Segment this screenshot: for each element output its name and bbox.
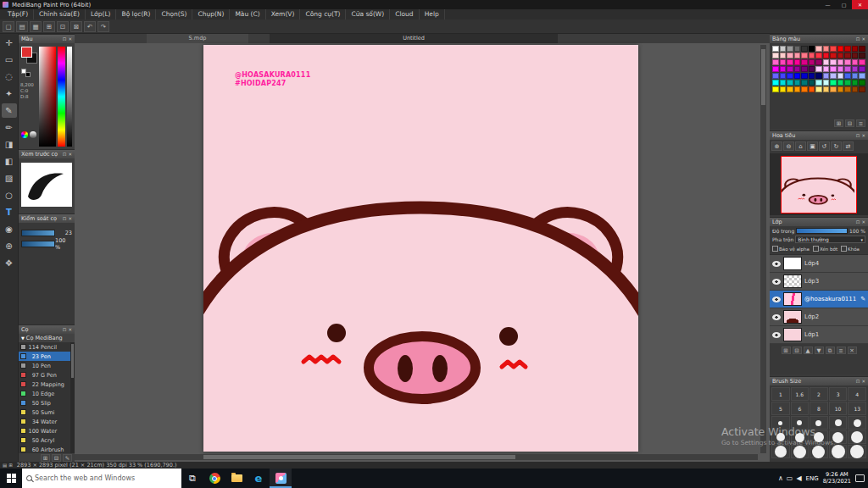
brush-size-cell[interactable]: 5 <box>771 402 790 415</box>
palette-swatch[interactable] <box>809 59 815 65</box>
text-tool[interactable]: T <box>2 205 17 219</box>
slider-track[interactable] <box>21 241 55 247</box>
maximize-button[interactable]: ▢ <box>836 0 852 9</box>
panel-close-icon[interactable]: ✕ <box>68 216 72 221</box>
display-icon[interactable]: ▭ <box>787 474 793 482</box>
panel-close-icon[interactable]: ✕ <box>861 219 865 225</box>
palette-swatch[interactable] <box>787 66 793 72</box>
bucket-tool[interactable]: ◧ <box>2 154 17 169</box>
palette-swatch[interactable] <box>772 86 779 92</box>
palette-swatch[interactable] <box>780 46 787 52</box>
menu-item[interactable]: Cửa sổ(W) <box>346 9 390 19</box>
taskbar-search[interactable] <box>22 469 181 488</box>
tab-untitled[interactable]: Untitled <box>270 34 558 43</box>
palette-swatch[interactable] <box>815 59 822 65</box>
navigator-thumbnail[interactable] <box>782 157 856 213</box>
panel-detach-icon[interactable]: ⊡ <box>63 152 67 157</box>
palette-swatch[interactable] <box>844 66 851 72</box>
palette-swatch[interactable] <box>823 66 830 72</box>
layer-row[interactable]: Lớp4 <box>770 255 868 273</box>
brush-item[interactable]: 100 Water <box>19 426 75 435</box>
menu-item[interactable]: Chỉnh sửa(E) <box>34 9 86 19</box>
palette-swatch[interactable] <box>852 86 859 92</box>
tab-file[interactable]: S.mdp <box>147 34 248 43</box>
palette-swatch[interactable] <box>787 73 793 79</box>
palette-swatch[interactable] <box>801 86 808 92</box>
layer-option-checkbox[interactable]: Khóa <box>841 246 860 252</box>
menu-item[interactable]: Chọn(S) <box>156 9 192 19</box>
brush-size-cell[interactable] <box>810 430 828 444</box>
opacity-slider[interactable] <box>796 228 848 234</box>
palette-swatch[interactable] <box>794 73 801 79</box>
palette-swatch[interactable] <box>801 80 808 86</box>
palette-swatch[interactable] <box>772 59 779 65</box>
palette-swatch[interactable] <box>859 73 865 79</box>
brush-item[interactable]: 22 Mapping <box>19 380 75 389</box>
gradient-tool[interactable]: ▨ <box>2 171 17 186</box>
swap-colors-icon[interactable] <box>25 72 31 77</box>
palette-swatch[interactable] <box>852 53 859 58</box>
taskbar-clock[interactable]: 9:26 AM 8/23/2021 <box>823 472 851 485</box>
drawing-canvas[interactable]: @HOASAKURA0111 #HOIDAP247 <box>203 45 638 452</box>
palette-swatch[interactable] <box>823 86 830 92</box>
ruler-toggle-icon[interactable]: ⊠ <box>70 21 82 32</box>
palette-swatch[interactable] <box>815 80 822 86</box>
palette-swatch[interactable] <box>837 80 844 86</box>
volume-icon[interactable]: ◀ <box>796 474 801 482</box>
brush-size-cell[interactable] <box>810 445 828 458</box>
start-button[interactable] <box>0 469 22 488</box>
pencil-tool[interactable]: ✏ <box>2 120 17 135</box>
pen-tool[interactable]: ✎ <box>2 103 17 118</box>
menu-item[interactable]: Help <box>420 9 445 19</box>
layer-row[interactable]: Lớp3 <box>770 273 868 291</box>
menu-item[interactable]: Tập(F) <box>3 9 34 19</box>
brush-size-cell[interactable] <box>810 416 828 430</box>
panel-close-icon[interactable]: ✕ <box>68 327 72 332</box>
palette-swatch[interactable] <box>859 66 865 72</box>
palette-swatch[interactable] <box>772 73 779 79</box>
blend-mode-select[interactable]: Bình thường ▾ <box>795 236 865 243</box>
brush-size-cell[interactable]: 1 <box>771 387 790 401</box>
palette-swatch[interactable] <box>794 86 801 92</box>
palette-swatch[interactable] <box>859 80 865 86</box>
palette-swatch[interactable] <box>815 53 822 58</box>
saturation-box[interactable] <box>39 47 56 147</box>
palette-swatch[interactable] <box>830 59 837 65</box>
zoom-in-icon[interactable]: ⊕ <box>771 141 782 151</box>
palette-swatch[interactable] <box>830 46 837 52</box>
palette-swatch[interactable] <box>794 66 801 72</box>
palette-swatch[interactable] <box>852 46 859 52</box>
palette-swatch[interactable] <box>809 80 815 86</box>
palette-swatch[interactable] <box>844 80 851 86</box>
brush-size-cell[interactable]: 3 <box>829 387 848 401</box>
rotate-right-icon[interactable]: ↻ <box>831 141 842 151</box>
panel-detach-icon[interactable]: ⊡ <box>856 36 860 42</box>
palette-swatch[interactable] <box>852 59 859 65</box>
palette-swatch[interactable] <box>815 46 822 52</box>
palette-swatch[interactable] <box>823 80 830 86</box>
palette-swatch[interactable] <box>837 73 844 79</box>
taskbar-file-explorer-button[interactable] <box>225 469 248 488</box>
merge-layer-icon[interactable]: ≡ <box>837 347 846 354</box>
brush-size-cell[interactable] <box>771 445 790 458</box>
palette-swatch[interactable] <box>830 73 837 79</box>
palette-swatch[interactable] <box>859 59 865 65</box>
palette-swatch[interactable] <box>780 66 787 72</box>
grid-toggle-icon[interactable]: ⊞ <box>43 21 55 32</box>
panel-close-icon[interactable]: ✕ <box>861 36 865 42</box>
palette-swatch[interactable] <box>823 59 830 65</box>
status-icon[interactable]: ⊞ <box>8 463 13 469</box>
taskbar-medibang-button[interactable] <box>270 469 292 488</box>
palette-swatch[interactable] <box>837 59 844 65</box>
palette-swatch[interactable] <box>772 66 779 72</box>
brush-size-cell[interactable]: 4 <box>848 387 866 401</box>
brush-size-cell[interactable] <box>829 445 848 458</box>
search-input[interactable] <box>35 474 170 482</box>
palette-swatch[interactable] <box>837 86 844 92</box>
rotate-left-icon[interactable]: ↺ <box>819 141 830 151</box>
color-bar-icon[interactable] <box>30 131 36 138</box>
horizontal-scrollbar[interactable] <box>75 454 758 460</box>
palette-swatch[interactable] <box>859 86 865 92</box>
edit-brush-icon[interactable]: ✎ <box>63 454 72 462</box>
brush-size-cell[interactable] <box>829 416 848 430</box>
